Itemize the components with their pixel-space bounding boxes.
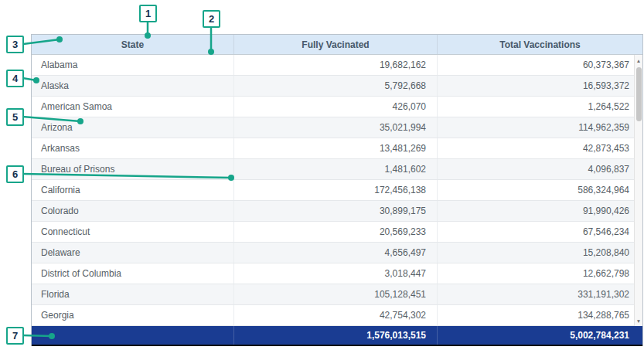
- callout-4: 4: [6, 70, 24, 87]
- callout-3: 3: [6, 36, 24, 53]
- state-cell: Florida: [32, 284, 234, 304]
- total-fully-vaccinated: 1,576,013,515: [234, 326, 438, 345]
- total-vaccinations-cell: 16,593,372: [438, 76, 642, 96]
- table-row[interactable]: Arkansas13,481,26942,873,453: [32, 138, 642, 159]
- fully-vaccinated-cell: 19,682,162: [234, 55, 438, 75]
- table-row[interactable]: Alaska5,792,66816,593,372: [32, 76, 642, 97]
- table-row[interactable]: American Samoa426,0701,264,522: [32, 97, 642, 117]
- total-vaccinations-cell: 60,373,367: [438, 55, 642, 75]
- table-row[interactable]: Florida105,128,451331,191,302: [32, 284, 642, 305]
- total-vaccinations-cell: 134,288,765: [438, 305, 642, 325]
- fully-vaccinated-cell: 172,456,138: [234, 180, 438, 200]
- fully-vaccinated-cell: 426,070: [234, 97, 438, 117]
- state-cell: American Samoa: [32, 97, 234, 117]
- total-vaccinations-cell: 1,264,522: [438, 97, 642, 117]
- fully-vaccinated-cell: 4,656,497: [234, 243, 438, 263]
- total-vaccinations-cell: 42,873,453: [438, 138, 642, 158]
- fully-vaccinated-cell: 1,481,602: [234, 159, 438, 179]
- callout-1: 1: [139, 5, 157, 22]
- table-row[interactable]: Bureau of Prisons1,481,6024,096,837: [32, 159, 642, 180]
- total-vaccinations-cell: 331,191,302: [438, 284, 642, 304]
- table-rows: Alabama19,682,16260,373,367Alaska5,792,6…: [32, 55, 642, 326]
- fully-vaccinated-cell: 105,128,451: [234, 284, 438, 304]
- total-vaccinations-cell: 91,990,426: [438, 201, 642, 221]
- table-total-row: 1,576,013,515 5,002,784,231: [32, 326, 642, 346]
- scroll-down-icon[interactable]: ▼: [635, 315, 643, 326]
- state-cell: Delaware: [32, 243, 234, 263]
- fully-vaccinated-cell: 5,792,668: [234, 76, 438, 96]
- annotated-table-screenshot: State Fully Vacinated Total Vaccinations…: [0, 0, 644, 350]
- column-header-fully-vaccinated[interactable]: Fully Vacinated: [234, 35, 438, 54]
- total-vaccinations-cell: 12,662,798: [438, 263, 642, 284]
- total-vaccinations-cell: 15,208,840: [438, 243, 642, 263]
- total-vaccinations-cell: 67,546,234: [438, 222, 642, 242]
- state-cell: Alabama: [32, 55, 234, 75]
- vertical-scrollbar[interactable]: ▲ ▼: [634, 55, 642, 326]
- fully-vaccinated-cell: 35,021,994: [234, 117, 438, 138]
- table-row[interactable]: District of Columbia3,018,44712,662,798: [32, 263, 642, 284]
- scroll-up-icon[interactable]: ▲: [635, 55, 643, 66]
- fully-vaccinated-cell: 3,018,447: [234, 263, 438, 284]
- table-row[interactable]: California172,456,138586,324,964: [32, 180, 642, 201]
- total-total-vaccinations: 5,002,784,231: [438, 326, 642, 345]
- state-cell: Connecticut: [32, 222, 234, 242]
- table-body: Alabama19,682,16260,373,367Alaska5,792,6…: [32, 55, 642, 326]
- state-cell: Colorado: [32, 201, 234, 221]
- state-cell: Bureau of Prisons: [32, 159, 234, 179]
- table-row[interactable]: Colorado30,899,17591,990,426: [32, 201, 642, 222]
- callout-6: 6: [6, 165, 24, 183]
- table-row[interactable]: Connecticut20,569,23367,546,234: [32, 222, 642, 243]
- total-vaccinations-cell: 586,324,964: [438, 180, 642, 200]
- callout-5: 5: [6, 108, 24, 126]
- column-header-total-vaccinations[interactable]: Total Vaccinations: [438, 35, 642, 54]
- fully-vaccinated-cell: 13,481,269: [234, 138, 438, 158]
- table-header-row: State Fully Vacinated Total Vaccinations: [32, 35, 642, 55]
- state-cell: Alaska: [32, 76, 234, 96]
- table-row[interactable]: Georgia42,754,302134,288,765: [32, 305, 642, 326]
- total-vaccinations-cell: 4,096,837: [438, 159, 642, 179]
- state-cell: Arkansas: [32, 138, 234, 158]
- scrollbar-thumb[interactable]: [636, 67, 642, 121]
- fully-vaccinated-cell: 20,569,233: [234, 222, 438, 242]
- state-cell: Arizona: [32, 117, 234, 138]
- callout-7: 7: [6, 327, 24, 345]
- callout-2: 2: [203, 10, 220, 28]
- fully-vaccinated-cell: 42,754,302: [234, 305, 438, 325]
- table-row[interactable]: Delaware4,656,49715,208,840: [32, 243, 642, 263]
- column-header-state[interactable]: State: [32, 35, 234, 54]
- fully-vaccinated-cell: 30,899,175: [234, 201, 438, 221]
- state-cell: Georgia: [32, 305, 234, 325]
- state-cell: District of Columbia: [32, 263, 234, 284]
- state-cell: California: [32, 180, 234, 200]
- total-vaccinations-cell: 114,962,359: [438, 117, 642, 138]
- table-row[interactable]: Arizona35,021,994114,962,359: [32, 117, 642, 138]
- attribute-table: State Fully Vacinated Total Vaccinations…: [31, 34, 643, 346]
- scrollbar-track[interactable]: [635, 66, 643, 315]
- table-row[interactable]: Alabama19,682,16260,373,367: [32, 55, 642, 76]
- total-row-state-cell: [32, 326, 234, 345]
